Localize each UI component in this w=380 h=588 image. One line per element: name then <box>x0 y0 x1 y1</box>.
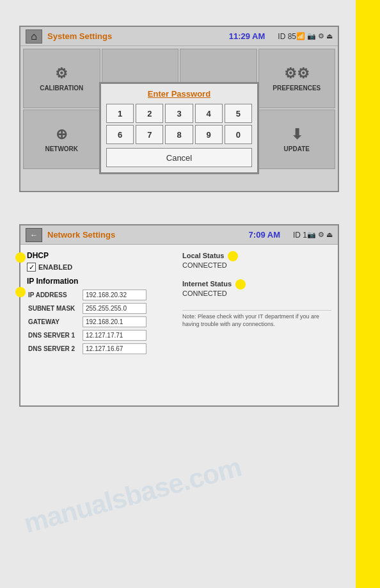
settings-icon: ⚙ <box>318 32 324 40</box>
dns1-value: 12.127.17.71 <box>83 330 146 341</box>
local-status-dot <box>228 251 238 261</box>
home-button[interactable]: ⌂ <box>26 29 42 44</box>
numpad: 1 2 3 4 5 6 7 8 9 0 <box>106 104 252 144</box>
screen2-title: Network Settings <box>47 230 249 240</box>
screen1-id: ID 85 <box>278 32 296 41</box>
system-settings-screen: ⌂ System Settings 11:29 AM ID 85 📶 📷 ⚙ ⏏… <box>19 26 339 192</box>
numpad-3[interactable]: 3 <box>165 104 193 123</box>
subnet-mask-value: 255.255.255.0 <box>83 303 146 314</box>
internet-status-row: Internet Status <box>182 279 331 290</box>
numpad-2[interactable]: 2 <box>136 104 163 123</box>
local-status-row: Local Status <box>182 251 331 261</box>
table-row: SUBNET MASK 255.255.255.0 <box>27 302 176 315</box>
local-status-title: Local Status <box>182 252 224 259</box>
modal-overlay: Enter Password 1 2 3 4 5 6 7 8 9 0 Cance… <box>20 65 338 191</box>
modal-title: Enter Password <box>106 89 252 99</box>
numpad-0[interactable]: 0 <box>225 125 252 144</box>
local-status-value: CONNECTED <box>182 261 331 269</box>
screen2-header: ← Network Settings 7:09 AM ID 1 📷 ⚙ ⏏ <box>20 225 338 245</box>
screen1-time: 11:29 AM <box>229 31 265 41</box>
numpad-1[interactable]: 1 <box>106 104 134 123</box>
table-row: DNS SERVER 2 12.127.16.67 <box>27 342 176 355</box>
internet-status-box: Internet Status CONNECTED <box>182 279 331 301</box>
camera-icon-2: 📷 <box>307 231 316 239</box>
dock-icon: ⏏ <box>326 32 333 40</box>
dns1-label: DNS SERVER 1 <box>27 329 81 342</box>
ip-indicator-dot <box>15 287 26 300</box>
watermark: manualsbase.com <box>20 427 337 539</box>
internet-status-dot <box>235 279 246 290</box>
left-panel: DHCP ✓ ENABLED IP Information <box>27 251 176 399</box>
table-row: IP ADDRESS 192.168.20.32 <box>27 288 176 302</box>
gateway-value: 192.168.20.1 <box>83 316 146 327</box>
header-status-icons: 📶 📷 ⚙ ⏏ <box>296 32 333 40</box>
dns2-value: 12.127.16.67 <box>83 343 146 354</box>
home-icon: ⌂ <box>31 31 37 42</box>
right-panel: Local Status CONNECTED Internet Status C… <box>182 251 331 399</box>
subnet-mask-label: SUBNET MASK <box>27 302 81 315</box>
table-row: GATEWAY 192.168.20.1 <box>27 315 176 329</box>
screen2-time: 7:09 AM <box>249 230 280 240</box>
wifi-icon: ⚙ <box>318 231 324 239</box>
numpad-5[interactable]: 5 <box>225 104 252 123</box>
numpad-9[interactable]: 9 <box>195 125 223 144</box>
numpad-8[interactable]: 8 <box>165 125 193 144</box>
screen1-title: System Settings <box>47 31 229 41</box>
screen2-body: DHCP ✓ ENABLED IP Information <box>20 245 338 405</box>
dns2-label: DNS SERVER 2 <box>27 342 81 355</box>
local-status-box: Local Status CONNECTED <box>182 251 331 273</box>
dhcp-enabled-label: ENABLED <box>38 263 72 271</box>
ip-section-title: IP Information <box>27 277 176 286</box>
note-text: Note: Please check with your IT departme… <box>182 310 331 328</box>
numpad-4[interactable]: 4 <box>195 104 223 123</box>
back-icon: ← <box>30 231 38 240</box>
numpad-6[interactable]: 6 <box>106 125 134 144</box>
dhcp-section-title: DHCP <box>27 251 176 260</box>
table-row: DNS SERVER 1 12.127.17.71 <box>27 329 176 342</box>
ip-address-label: IP ADDRESS <box>27 288 81 302</box>
dock-icon-2: ⏏ <box>326 231 333 239</box>
dhcp-checkbox[interactable]: ✓ <box>27 263 36 272</box>
yellow-sidebar <box>356 0 380 588</box>
signal-icon: 📶 <box>296 32 305 40</box>
dhcp-row: ✓ ENABLED <box>27 263 176 272</box>
ip-address-value: 192.168.20.32 <box>83 290 146 300</box>
checkmark-icon: ✓ <box>29 263 35 272</box>
dhcp-indicator-dot <box>15 252 26 265</box>
screen2-id: ID 1 <box>293 231 307 240</box>
content-area: ⌂ System Settings 11:29 AM ID 85 📶 📷 ⚙ ⏏… <box>0 0 356 588</box>
ip-table: IP ADDRESS 192.168.20.32 SUBNET MASK 255… <box>27 288 176 355</box>
internet-status-title: Internet Status <box>182 280 232 288</box>
back-button[interactable]: ← <box>26 228 42 242</box>
screen2-status-icons: 📷 ⚙ ⏏ <box>307 231 333 239</box>
numpad-7[interactable]: 7 <box>136 125 163 144</box>
camera-icon: 📷 <box>307 32 316 40</box>
gateway-label: GATEWAY <box>27 315 81 329</box>
screen1-header: ⌂ System Settings 11:29 AM ID 85 📶 📷 ⚙ ⏏ <box>20 27 338 46</box>
cancel-button[interactable]: Cancel <box>106 148 252 167</box>
password-modal: Enter Password 1 2 3 4 5 6 7 8 9 0 Cance… <box>99 82 259 174</box>
internet-status-value: CONNECTED <box>182 290 331 297</box>
network-settings-screen: ← Network Settings 7:09 AM ID 1 📷 ⚙ ⏏ DH… <box>19 224 339 407</box>
